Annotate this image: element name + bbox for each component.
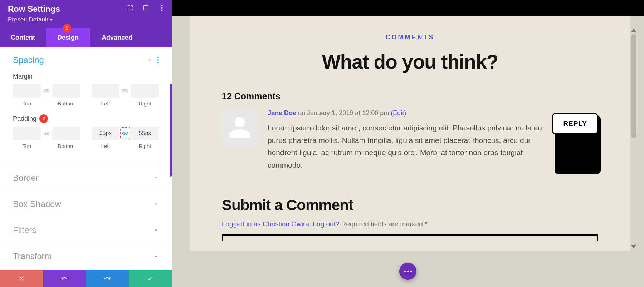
comment-author[interactable]: Jane Doe xyxy=(268,109,296,117)
chevron-down-icon xyxy=(153,227,159,233)
section-more-icon[interactable] xyxy=(157,57,159,63)
page-preview: COMMENTS What do you think? 12 Comments … xyxy=(190,16,630,251)
margin-controls: Top Bottom Left Right xyxy=(13,84,159,107)
tab-advanced[interactable]: Advanced xyxy=(90,28,144,47)
comment-edit-link[interactable]: (Edit) xyxy=(391,109,406,117)
padding-badge: 2 xyxy=(39,114,48,123)
submit-meta: Logged in as Christina Gwira. Log out? R… xyxy=(222,220,598,228)
tab-content[interactable]: Content xyxy=(0,28,46,47)
section-transform: Transform xyxy=(0,243,172,269)
scroll-down-icon[interactable] xyxy=(631,245,636,248)
floating-action-button[interactable] xyxy=(399,263,416,280)
link-icon-active[interactable] xyxy=(120,127,130,140)
section-head-spacing[interactable]: Spacing xyxy=(0,47,172,73)
layout-icon[interactable] xyxy=(142,4,150,11)
comment-date: on January 1, 2019 at 12:00 pm xyxy=(298,109,389,117)
panel-footer xyxy=(0,270,172,287)
padding-controls: Top Bottom Left Right xyxy=(13,127,159,149)
more-icon[interactable] xyxy=(158,4,165,11)
padding-label: Padding 2 xyxy=(13,114,159,123)
padding-top-input[interactable] xyxy=(13,127,41,140)
reply-button[interactable]: REPLY xyxy=(552,113,598,172)
section-spacing: Spacing Margin Top Bottom L xyxy=(0,47,172,165)
chevron-down-icon xyxy=(153,253,159,259)
svg-point-1 xyxy=(161,7,162,9)
comment-text: Lorem ipsum dolor sit amet, consectetur … xyxy=(268,122,542,172)
margin-bottom-input[interactable] xyxy=(52,84,80,98)
comments-count: 12 Comments xyxy=(222,91,598,102)
link-icon[interactable] xyxy=(42,84,52,98)
padding-right-input[interactable] xyxy=(131,127,159,140)
section-head-filters[interactable]: Filters xyxy=(0,217,172,243)
section-head-transform[interactable]: Transform xyxy=(0,243,172,269)
padding-bottom-input[interactable] xyxy=(52,127,80,140)
settings-panel: Row Settings Preset: Default Content Des… xyxy=(0,0,172,287)
save-button[interactable] xyxy=(129,270,172,287)
margin-left-input[interactable] xyxy=(92,84,119,98)
link-icon[interactable] xyxy=(42,127,52,140)
avatar xyxy=(222,109,258,145)
redo-button[interactable] xyxy=(86,270,129,287)
chevron-down-icon xyxy=(153,201,159,207)
canvas-scrollbar[interactable] xyxy=(631,16,636,251)
chevron-up-icon xyxy=(147,57,152,63)
link-icon[interactable] xyxy=(120,84,130,98)
margin-top-input[interactable] xyxy=(13,84,41,98)
panel-tabs: Content Design Advanced 1 xyxy=(0,28,172,47)
canvas-inner: COMMENTS What do you think? 12 Comments … xyxy=(172,16,644,287)
svg-point-0 xyxy=(161,5,162,6)
section-head-border[interactable]: Border xyxy=(0,165,172,191)
caret-down-icon xyxy=(49,18,53,21)
design-badge: 1 xyxy=(63,24,71,33)
panel-body: Spacing Margin Top Bottom L xyxy=(0,47,172,270)
margin-right-input[interactable] xyxy=(131,84,159,98)
expand-icon[interactable] xyxy=(127,4,134,11)
comment-textarea[interactable] xyxy=(222,234,598,241)
section-filters: Filters xyxy=(0,217,172,243)
page-title: What do you think? xyxy=(222,50,598,73)
comment-item: Jane Doe on January 1, 2019 at 12:00 pm … xyxy=(222,109,598,172)
submit-title: Submit a Comment xyxy=(222,197,598,214)
panel-header: Row Settings Preset: Default xyxy=(0,0,172,28)
section-head-box-shadow[interactable]: Box Shadow xyxy=(0,191,172,217)
undo-button[interactable] xyxy=(43,270,86,287)
scroll-thumb[interactable] xyxy=(631,34,636,138)
margin-label: Margin xyxy=(13,73,159,80)
chevron-down-icon xyxy=(153,175,159,181)
padding-left-input[interactable] xyxy=(92,127,119,140)
svg-point-2 xyxy=(161,10,162,11)
logout-link[interactable]: Log out? xyxy=(313,220,340,228)
person-icon xyxy=(227,115,252,140)
section-box-shadow: Box Shadow xyxy=(0,191,172,217)
section-border: Border xyxy=(0,165,172,191)
comments-eyebrow: COMMENTS xyxy=(222,34,598,41)
comment-meta: Jane Doe on January 1, 2019 at 12:00 pm … xyxy=(268,109,542,117)
preset-selector[interactable]: Preset: Default xyxy=(8,16,53,23)
canvas: COMMENTS What do you think? 12 Comments … xyxy=(172,0,644,287)
logged-in-link[interactable]: Logged in as Christina Gwira xyxy=(222,220,309,228)
cancel-button[interactable] xyxy=(0,270,43,287)
scroll-up-icon[interactable] xyxy=(631,29,636,32)
